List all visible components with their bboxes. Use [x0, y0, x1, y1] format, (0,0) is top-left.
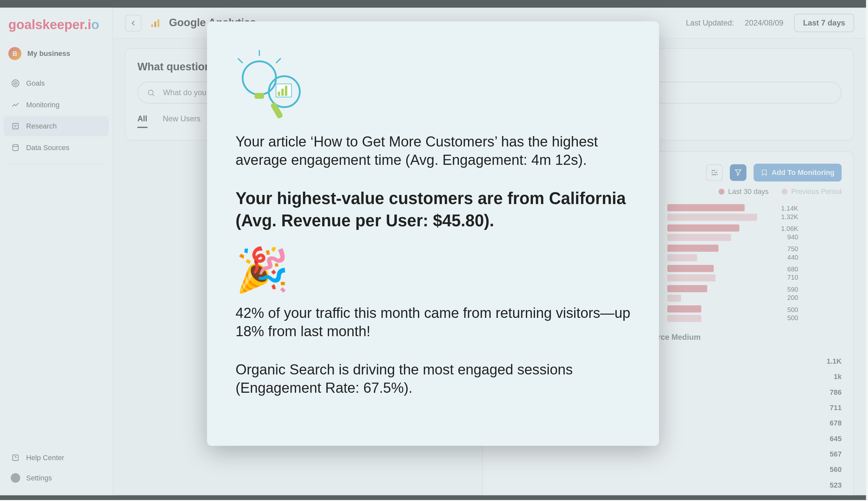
svg-rect-11: [255, 93, 264, 99]
insight-hero-icon: [235, 45, 630, 122]
insight-1: Your article ‘How to Get More Customers’…: [235, 132, 630, 169]
svg-line-14: [276, 58, 281, 63]
confetti-icon: 🎉: [235, 245, 630, 295]
svg-rect-18: [282, 89, 284, 96]
svg-point-10: [243, 61, 276, 95]
insight-4: Organic Search is driving the most engag…: [235, 360, 630, 397]
svg-rect-19: [285, 86, 287, 96]
svg-rect-17: [278, 92, 280, 96]
svg-line-13: [238, 58, 243, 63]
insight-2: Your highest-value customers are from Ca…: [235, 188, 630, 232]
insight-3: 42% of your traffic this month came from…: [235, 303, 630, 341]
insight-modal-backdrop[interactable]: Your article ‘How to Get More Customers’…: [0, 0, 866, 500]
insight-modal: Your article ‘How to Get More Customers’…: [207, 22, 659, 446]
